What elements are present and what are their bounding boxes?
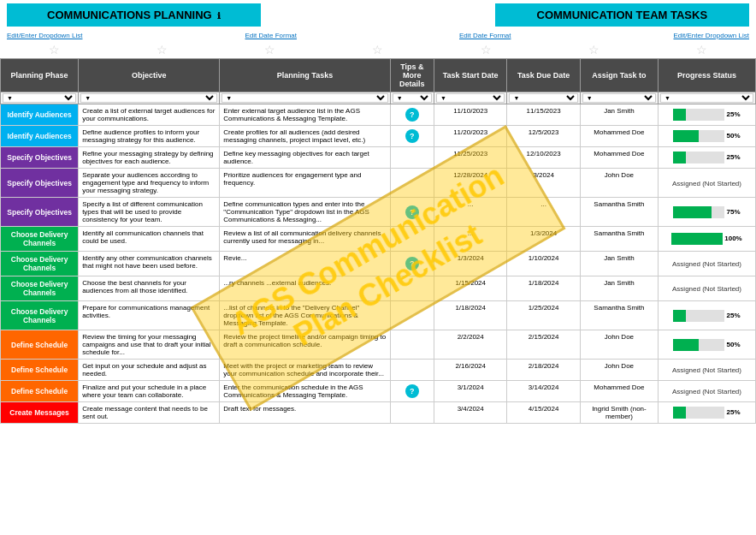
star-6: ☆ [588, 43, 599, 56]
header-tips: Tips & More Details [390, 59, 434, 92]
table-row: Identify AudiencesCreate a list of exter… [1, 104, 756, 126]
phase-cell: Define Schedule [1, 330, 79, 360]
filter-progress[interactable]: ▼ [660, 93, 753, 103]
progress-bar-inner [673, 206, 712, 218]
phase-cell: Identify Audiences [1, 126, 79, 147]
progress-bar-inner [673, 152, 686, 163]
table-row: Identify AudiencesDefine audience profil… [1, 126, 756, 147]
task-cell: Define communication types and enter int… [220, 198, 390, 227]
tips-icon[interactable]: ? [405, 108, 419, 122]
progress-bar-outer [673, 109, 724, 121]
progress-cell: 25% [659, 104, 756, 126]
assign-cell: Mohammed Doe [580, 381, 658, 402]
objective-cell: Create message content that needs to be … [79, 402, 220, 424]
due-date-cell: 1/3/2024 [507, 227, 580, 252]
due-date-cell: 4/15/2024 [507, 402, 580, 424]
progress-bar-inner [673, 130, 699, 142]
edit-dropdown-right[interactable]: Edit/Enter Dropdown List [673, 32, 749, 39]
star-5: ☆ [481, 43, 492, 56]
edit-date-mid2[interactable]: Edit Date Format [459, 32, 511, 39]
tips-cell[interactable]: ? [390, 198, 434, 227]
objective-cell: Prepare for communications management ac… [79, 301, 220, 330]
progress-label: Assigned (Not Started) [672, 285, 741, 293]
assign-cell: Mohammed Doe [580, 126, 658, 147]
progress-label: 75% [726, 208, 740, 216]
assign-cell: John Doe [580, 169, 658, 198]
filter-assign[interactable]: ▼ [582, 93, 656, 103]
objective-cell: Create a list of external target audienc… [79, 104, 220, 126]
tips-icon[interactable]: ? [405, 257, 419, 270]
tips-cell [390, 301, 434, 330]
progress-cell: Assigned (Not Started) [659, 360, 756, 381]
tips-cell [390, 169, 434, 198]
title-left-text: COMMUNICATIONS PLANNING [47, 9, 212, 21]
table-row: Choose Delivery ChannelsIdentify all com… [1, 227, 756, 252]
filter-due[interactable]: ▼ [509, 93, 577, 103]
progress-cell: Assigned (Not Started) [659, 381, 756, 402]
assign-cell: Jan Smith [580, 276, 658, 301]
star-4: ☆ [372, 43, 383, 56]
due-date-cell: 3/14/2024 [507, 381, 580, 402]
tips-icon[interactable]: ? [405, 205, 419, 219]
edit-date-mid1[interactable]: Edit Date Format [245, 32, 297, 39]
progress-bar-outer [671, 233, 723, 245]
task-cell: Prioritize audiences for engagement type… [220, 169, 390, 198]
phase-cell: Specify Objectives [1, 169, 79, 198]
filter-tips[interactable]: ▼ [393, 93, 432, 103]
phase-cell: Identify Audiences [1, 104, 79, 126]
task-cell: Review the project timeline and/or campa… [220, 330, 390, 360]
edit-dropdown-left[interactable]: Edit/Enter Dropdown List [7, 32, 83, 39]
title-right-text: COMMUNICATION TEAM TASKS [537, 9, 708, 21]
progress-bar-inner [673, 407, 686, 419]
phase-cell: Create Messages [1, 402, 79, 424]
objective-cell: Refine your messaging strategy by defini… [79, 147, 220, 169]
tips-cell [390, 227, 434, 252]
filter-tasks[interactable]: ▼ [221, 93, 387, 103]
table-row: Create MessagesCreate message content th… [1, 402, 756, 424]
progress-bar-outer [673, 310, 724, 322]
tips-cell[interactable]: ? [390, 104, 434, 126]
filter-phase[interactable]: ▼ [3, 93, 76, 103]
start-date-cell: 2/2/2024 [434, 330, 506, 360]
table-row: Define ScheduleFinalize and put your sch… [1, 381, 756, 402]
star-3: ☆ [264, 43, 275, 56]
tips-cell[interactable]: ? [390, 252, 434, 276]
filter-objective[interactable]: ▼ [80, 93, 217, 103]
tips-cell [390, 360, 434, 381]
table-row: Specify ObjectivesSpecify a list of diff… [1, 198, 756, 227]
progress-cell: 100% [659, 227, 756, 252]
info-icon[interactable]: ℹ [217, 11, 221, 21]
start-date-cell: 1/3/2024 [434, 252, 506, 276]
progress-bar-outer [673, 152, 724, 163]
table-row: Define ScheduleReview the timing for you… [1, 330, 756, 360]
table-row: Specify ObjectivesRefine your messaging … [1, 147, 756, 169]
progress-label: 25% [726, 110, 740, 118]
progress-cell: 50% [659, 330, 756, 360]
title-left: COMMUNICATIONS PLANNING ℹ [7, 3, 261, 27]
assign-cell: Samantha Smith [580, 198, 658, 227]
tips-cell[interactable]: ? [390, 381, 434, 402]
due-date-cell: 12/10/2023 [507, 147, 580, 169]
objective-cell: Identify any other communication channel… [79, 252, 220, 276]
progress-bar-inner [673, 109, 686, 121]
progress-label: 100% [724, 235, 741, 242]
start-date-cell: ... [434, 198, 506, 227]
stars-row: ☆ ☆ ☆ ☆ ☆ ☆ ☆ [0, 41, 756, 58]
tips-icon[interactable]: ? [405, 384, 419, 398]
start-date-cell: 11/20/2023 [434, 126, 506, 147]
progress-label: Assigned (Not Started) [672, 180, 741, 187]
progress-label: Assigned (Not Started) [672, 388, 741, 395]
task-cell: Define key messaging objectives for each… [220, 147, 390, 169]
task-cell: Create profiles for all audiences (add d… [220, 126, 390, 147]
tips-cell[interactable]: ? [390, 126, 434, 147]
progress-label: 50% [726, 132, 740, 140]
table-row: Define ScheduleGet input on your schedul… [1, 360, 756, 381]
objective-cell: Specify a list of different communicatio… [79, 198, 220, 227]
star-2: ☆ [157, 43, 168, 56]
filter-start[interactable]: ▼ [436, 93, 505, 103]
objective-cell: Define audience profiles to inform your … [79, 126, 220, 147]
start-date-cell: 3/4/2024 [434, 402, 506, 424]
progress-bar-inner [671, 233, 723, 245]
tips-icon[interactable]: ? [405, 129, 419, 143]
tips-cell [390, 330, 434, 360]
